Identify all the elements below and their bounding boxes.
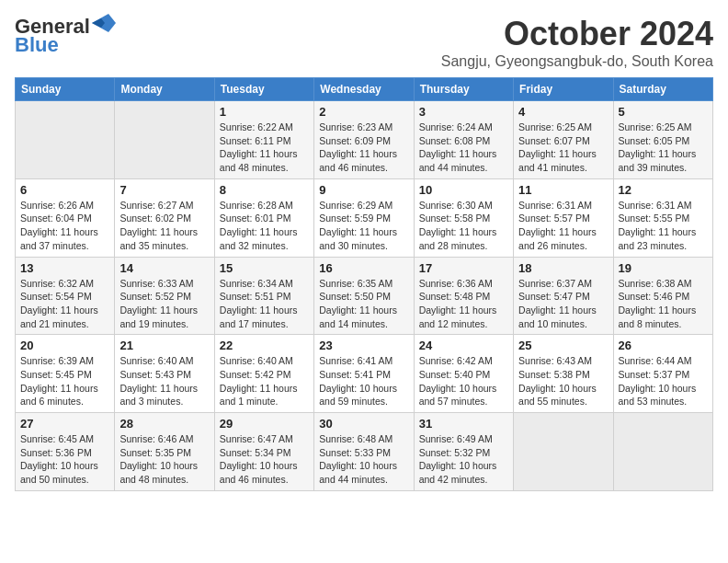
table-cell: 21Sunrise: 6:40 AM Sunset: 5:43 PM Dayli… (115, 335, 214, 413)
day-number: 23 (319, 339, 408, 352)
cell-info: Sunrise: 6:30 AM Sunset: 5:58 PM Dayligh… (419, 199, 508, 253)
table-cell: 1Sunrise: 6:22 AM Sunset: 6:11 PM Daylig… (214, 101, 313, 179)
table-cell: 24Sunrise: 6:42 AM Sunset: 5:40 PM Dayli… (414, 335, 513, 413)
col-sunday: Sunday (16, 78, 115, 101)
cell-info: Sunrise: 6:49 AM Sunset: 5:32 PM Dayligh… (419, 432, 508, 487)
table-cell: 2Sunrise: 6:23 AM Sunset: 6:09 PM Daylig… (314, 101, 414, 179)
table-cell (514, 413, 613, 491)
week-row-1: 1Sunrise: 6:22 AM Sunset: 6:11 PM Daylig… (16, 101, 713, 179)
day-number: 29 (220, 417, 309, 431)
table-cell: 14Sunrise: 6:33 AM Sunset: 5:52 PM Dayli… (115, 257, 214, 335)
table-cell: 19Sunrise: 6:38 AM Sunset: 5:46 PM Dayli… (613, 257, 712, 335)
table-cell: 30Sunrise: 6:48 AM Sunset: 5:33 PM Dayli… (314, 413, 414, 491)
cell-info: Sunrise: 6:24 AM Sunset: 6:08 PM Dayligh… (419, 121, 508, 175)
table-cell: 16Sunrise: 6:35 AM Sunset: 5:50 PM Dayli… (314, 257, 414, 335)
cell-info: Sunrise: 6:48 AM Sunset: 5:33 PM Dayligh… (319, 432, 408, 487)
cell-info: Sunrise: 6:33 AM Sunset: 5:52 PM Dayligh… (119, 277, 209, 331)
col-thursday: Thursday (414, 78, 513, 101)
cell-info: Sunrise: 6:40 AM Sunset: 5:43 PM Dayligh… (119, 354, 209, 408)
table-cell: 10Sunrise: 6:30 AM Sunset: 5:58 PM Dayli… (414, 178, 513, 257)
table-cell: 27Sunrise: 6:45 AM Sunset: 5:36 PM Dayli… (16, 413, 115, 491)
week-row-2: 6Sunrise: 6:26 AM Sunset: 6:04 PM Daylig… (16, 178, 713, 257)
day-number: 13 (20, 261, 109, 275)
day-number: 21 (119, 339, 209, 352)
cell-info: Sunrise: 6:32 AM Sunset: 5:54 PM Dayligh… (20, 277, 109, 331)
table-cell: 22Sunrise: 6:40 AM Sunset: 5:42 PM Dayli… (214, 335, 313, 413)
day-number: 24 (419, 339, 508, 352)
table-cell: 11Sunrise: 6:31 AM Sunset: 5:57 PM Dayli… (514, 178, 613, 257)
col-monday: Monday (115, 78, 214, 101)
day-number: 6 (20, 183, 109, 197)
table-cell (16, 101, 115, 179)
cell-info: Sunrise: 6:37 AM Sunset: 5:47 PM Dayligh… (518, 277, 608, 331)
table-cell: 25Sunrise: 6:43 AM Sunset: 5:38 PM Dayli… (514, 335, 613, 413)
title-block: October 2024 Sangju, Gyeongsangbuk-do, S… (441, 15, 713, 70)
day-number: 14 (119, 261, 209, 275)
day-number: 10 (419, 183, 508, 197)
cell-info: Sunrise: 6:44 AM Sunset: 5:37 PM Dayligh… (619, 354, 708, 408)
cell-info: Sunrise: 6:41 AM Sunset: 5:41 PM Dayligh… (319, 354, 408, 408)
table-cell: 7Sunrise: 6:27 AM Sunset: 6:02 PM Daylig… (115, 178, 214, 257)
table-cell: 8Sunrise: 6:28 AM Sunset: 6:01 PM Daylig… (214, 178, 313, 257)
day-number: 31 (419, 417, 508, 431)
day-number: 4 (518, 105, 608, 119)
cell-info: Sunrise: 6:43 AM Sunset: 5:38 PM Dayligh… (518, 354, 608, 408)
table-cell (115, 101, 214, 179)
day-number: 28 (119, 417, 209, 431)
day-number: 18 (518, 261, 608, 275)
location-subtitle: Sangju, Gyeongsangbuk-do, South Korea (441, 53, 713, 70)
week-row-4: 20Sunrise: 6:39 AM Sunset: 5:45 PM Dayli… (16, 335, 713, 413)
cell-info: Sunrise: 6:42 AM Sunset: 5:40 PM Dayligh… (419, 354, 508, 408)
cell-info: Sunrise: 6:38 AM Sunset: 5:46 PM Dayligh… (619, 277, 708, 331)
cell-info: Sunrise: 6:27 AM Sunset: 6:02 PM Dayligh… (119, 199, 209, 253)
day-number: 7 (119, 183, 209, 197)
cell-info: Sunrise: 6:40 AM Sunset: 5:42 PM Dayligh… (220, 354, 309, 408)
logo: General Blue (15, 15, 116, 57)
cell-info: Sunrise: 6:25 AM Sunset: 6:07 PM Dayligh… (518, 121, 608, 175)
table-cell: 31Sunrise: 6:49 AM Sunset: 5:32 PM Dayli… (414, 413, 513, 491)
cell-info: Sunrise: 6:46 AM Sunset: 5:35 PM Dayligh… (119, 432, 209, 487)
cell-info: Sunrise: 6:31 AM Sunset: 5:55 PM Dayligh… (619, 199, 708, 253)
table-cell: 28Sunrise: 6:46 AM Sunset: 5:35 PM Dayli… (115, 413, 214, 491)
table-cell (613, 413, 712, 491)
day-number: 9 (319, 183, 408, 197)
cell-info: Sunrise: 6:23 AM Sunset: 6:09 PM Dayligh… (319, 121, 408, 175)
day-number: 16 (319, 261, 408, 275)
table-cell: 4Sunrise: 6:25 AM Sunset: 6:07 PM Daylig… (514, 101, 613, 179)
cell-info: Sunrise: 6:28 AM Sunset: 6:01 PM Dayligh… (220, 199, 309, 253)
day-number: 3 (419, 105, 508, 119)
table-cell: 12Sunrise: 6:31 AM Sunset: 5:55 PM Dayli… (613, 178, 712, 257)
table-cell: 20Sunrise: 6:39 AM Sunset: 5:45 PM Dayli… (16, 335, 115, 413)
logo-blue-text: Blue (15, 33, 59, 57)
table-cell: 26Sunrise: 6:44 AM Sunset: 5:37 PM Dayli… (613, 335, 712, 413)
day-number: 5 (619, 105, 708, 119)
table-cell: 6Sunrise: 6:26 AM Sunset: 6:04 PM Daylig… (16, 178, 115, 257)
table-cell: 5Sunrise: 6:25 AM Sunset: 6:05 PM Daylig… (613, 101, 712, 179)
week-row-5: 27Sunrise: 6:45 AM Sunset: 5:36 PM Dayli… (16, 413, 713, 491)
cell-info: Sunrise: 6:29 AM Sunset: 5:59 PM Dayligh… (319, 199, 408, 253)
cell-info: Sunrise: 6:35 AM Sunset: 5:50 PM Dayligh… (319, 277, 408, 331)
day-number: 1 (220, 105, 309, 119)
cell-info: Sunrise: 6:36 AM Sunset: 5:48 PM Dayligh… (419, 277, 508, 331)
day-number: 2 (319, 105, 408, 119)
table-cell: 29Sunrise: 6:47 AM Sunset: 5:34 PM Dayli… (214, 413, 313, 491)
day-number: 11 (518, 183, 608, 197)
calendar-header-row: Sunday Monday Tuesday Wednesday Thursday… (16, 78, 713, 101)
day-number: 8 (220, 183, 309, 197)
page-header: General Blue October 2024 Sangju, Gyeong… (15, 15, 713, 70)
table-cell: 13Sunrise: 6:32 AM Sunset: 5:54 PM Dayli… (16, 257, 115, 335)
day-number: 22 (220, 339, 309, 352)
day-number: 26 (619, 339, 708, 352)
day-number: 25 (518, 339, 608, 352)
day-number: 17 (419, 261, 508, 275)
col-friday: Friday (514, 78, 613, 101)
cell-info: Sunrise: 6:26 AM Sunset: 6:04 PM Dayligh… (20, 199, 109, 253)
day-number: 27 (20, 417, 109, 431)
day-number: 19 (619, 261, 708, 275)
day-number: 15 (220, 261, 309, 275)
month-title: October 2024 (441, 15, 713, 53)
col-saturday: Saturday (613, 78, 712, 101)
calendar-table: Sunday Monday Tuesday Wednesday Thursday… (15, 77, 713, 491)
table-cell: 18Sunrise: 6:37 AM Sunset: 5:47 PM Dayli… (514, 257, 613, 335)
cell-info: Sunrise: 6:45 AM Sunset: 5:36 PM Dayligh… (20, 432, 109, 487)
